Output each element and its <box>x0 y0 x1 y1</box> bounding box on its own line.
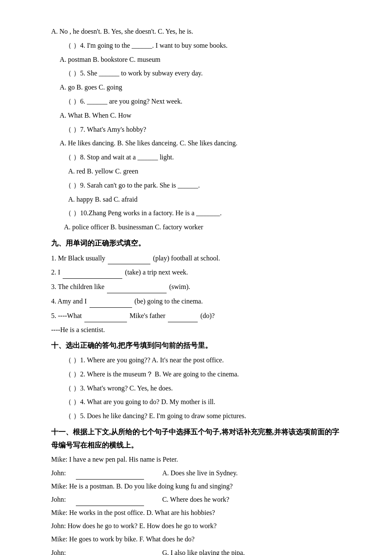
q8-line: （ ）8. Stop and wait at a ______ light. <box>51 151 341 164</box>
blank-s9-5a[interactable] <box>84 309 127 322</box>
q6-options: A. What B. When C. How <box>60 110 341 122</box>
q9-line: （ ）9. Sarah can't go to the park. She is… <box>51 179 341 192</box>
q7-options: A. He likes dancing. B. She likes dancei… <box>60 137 341 150</box>
s9-item3: 3. The children like (swim). <box>51 280 341 293</box>
s10-item5: （ ）5. Does he like dancing? E. I'm going… <box>51 410 341 422</box>
q10-line: （ ）10.Zhang Peng works in a factory. He … <box>51 207 341 220</box>
main-content: A. No , he doesn't. B. Yes, she doesn't.… <box>51 26 341 555</box>
dialog-line-3: Mike: He is a postman. B. Do you like do… <box>51 480 341 493</box>
blank-dialog-8[interactable] <box>76 546 144 555</box>
s9-item4: 4. Amy and I (be) going to the cinema. <box>51 295 341 308</box>
dialog-line-1: Mike: I have a new pen pal. His name is … <box>51 454 341 466</box>
q9-options: A. happy B. sad C. afraid <box>68 194 341 206</box>
dialog-line-8: John: G. I also like playing the pipa. <box>51 546 341 555</box>
s10-item2: （ ）2. Where is the museum？ B. We are goi… <box>51 368 341 381</box>
q5-options: A. go B. goes C. going <box>60 81 341 94</box>
q4-line: （ ）4. I'm going to the ______. I want to… <box>51 40 341 52</box>
q8-options: A. red B. yellow C. green <box>68 165 341 178</box>
q7-line: （ ）7. What's Amy's hobby? <box>51 124 341 136</box>
blank-s9-5b[interactable] <box>168 309 198 322</box>
dialog-line-2: John: A. Does she live in Sydney. <box>51 467 341 480</box>
section11-title: 十一、根据上下文,从所给的七个句子中选择五个句子,将对话补充完整,并将该选项前面… <box>51 426 341 452</box>
s10-item3: （ ）3. What's wrong? C. Yes, he does. <box>51 382 341 395</box>
blank-dialog-4[interactable] <box>76 493 144 506</box>
q10-options: A. police officer B. businessman C. fact… <box>64 221 341 234</box>
dialog-line-5: Mike: He works in the post office. D. Wh… <box>51 507 341 519</box>
q4-options: A. postman B. bookstore C. museum <box>60 54 341 66</box>
blank-dialog-2[interactable] <box>76 467 144 480</box>
blank-s9-1[interactable] <box>108 252 150 265</box>
section10-title: 十、选出正确的答句,把序号填到问句前的括号里。 <box>51 339 341 353</box>
s9-item2: 2. I (take) a trip next week. <box>51 266 341 279</box>
answer-line-1: A. No , he doesn't. B. Yes, she doesn't.… <box>51 26 341 38</box>
blank-s9-4[interactable] <box>89 295 132 308</box>
dialog-line-6: John: How does he go to work? E. How doe… <box>51 520 341 532</box>
section9-title: 九、用单词的正确形式填空。 <box>51 237 341 250</box>
s9-extra: ----He is a scientist. <box>51 324 341 336</box>
s9-item5: 5. ----What Mike's father (do)? <box>51 309 341 322</box>
s9-item1: 1. Mr Black usually (play) football at s… <box>51 252 341 265</box>
blank-s9-3[interactable] <box>107 280 167 293</box>
s10-item1: （ ）1. Where are you going?? A. It's near… <box>51 354 341 367</box>
q5-line: （ ）5. She ______ to work by subway every… <box>51 67 341 80</box>
q6-line: （ ）6. ______ are you going? Next week. <box>51 95 341 108</box>
blank-s9-2[interactable] <box>63 266 122 279</box>
dialog-line-7: Mike: He goes to work by bike. F. What d… <box>51 533 341 546</box>
s10-item4: （ ）4. What are you going to do? D. My mo… <box>51 396 341 408</box>
dialog-line-4: John: C. Where does he work? <box>51 493 341 506</box>
